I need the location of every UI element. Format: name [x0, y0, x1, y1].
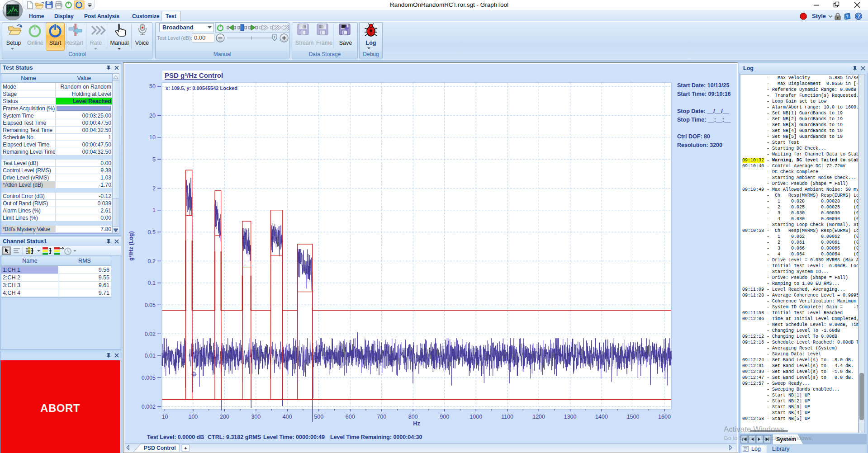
- svg-text:800: 800: [408, 414, 418, 420]
- svg-text:1500: 1500: [627, 414, 640, 420]
- svg-text:10: 10: [149, 134, 156, 141]
- svg-text:0.2: 0.2: [148, 258, 156, 264]
- svg-text:900: 900: [440, 414, 449, 420]
- svg-text:1300: 1300: [564, 414, 577, 420]
- svg-text:300: 300: [251, 414, 261, 420]
- svg-text:1200: 1200: [532, 414, 545, 420]
- svg-text:1600: 1600: [658, 414, 671, 420]
- svg-text:0.02: 0.02: [145, 331, 156, 337]
- svg-text:x: 109.5, y: 0.00545542 Locked: x: 109.5, y: 0.00545542 Locked: [166, 85, 237, 91]
- svg-text:PSD Control: PSD Control: [144, 445, 176, 451]
- svg-text:1000: 1000: [470, 414, 482, 420]
- svg-text:50: 50: [149, 83, 156, 90]
- svg-text:0.1: 0.1: [148, 280, 156, 286]
- svg-text:5: 5: [152, 156, 156, 163]
- svg-text:1400: 1400: [595, 414, 608, 420]
- svg-text:1: 1: [152, 207, 156, 213]
- svg-text:600: 600: [346, 414, 355, 420]
- svg-text:g²/Hz (Log): g²/Hz (Log): [128, 231, 134, 260]
- svg-text:PSD g²/Hz Control: PSD g²/Hz Control: [165, 71, 223, 79]
- svg-text:0.05: 0.05: [145, 302, 156, 308]
- svg-text:+: +: [184, 445, 187, 451]
- svg-text:0.002: 0.002: [142, 404, 156, 410]
- svg-text:700: 700: [377, 414, 386, 420]
- svg-text:200: 200: [220, 414, 229, 420]
- svg-text:400: 400: [283, 414, 292, 420]
- svg-text:0.005: 0.005: [142, 375, 156, 381]
- svg-text:0.01: 0.01: [145, 353, 156, 359]
- svg-text:Style: Style: [812, 13, 826, 19]
- svg-text:0.5: 0.5: [148, 229, 156, 236]
- svg-text:1100: 1100: [501, 414, 513, 420]
- svg-text:Hz: Hz: [413, 420, 420, 427]
- svg-text:?: ?: [857, 14, 860, 19]
- svg-text:2: 2: [152, 185, 156, 192]
- svg-text:100: 100: [188, 414, 198, 420]
- svg-text:20: 20: [149, 113, 156, 119]
- svg-text:10: 10: [161, 414, 168, 420]
- svg-text:500: 500: [314, 414, 323, 420]
